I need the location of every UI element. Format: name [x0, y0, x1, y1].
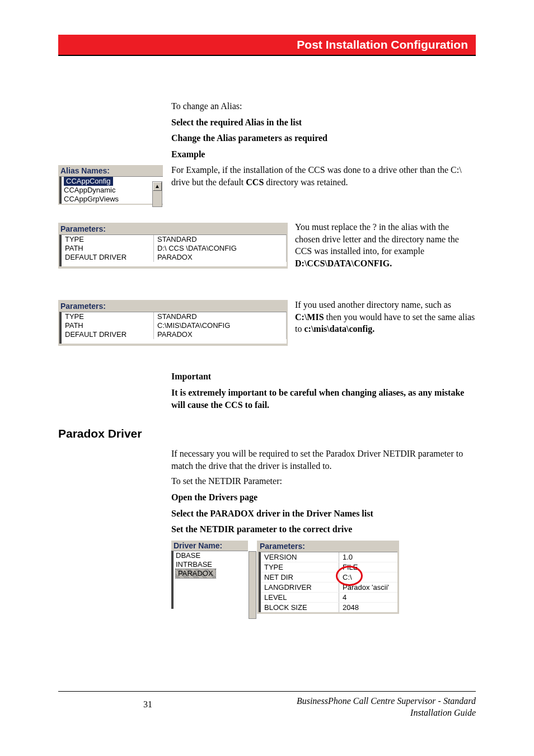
param1-row-1[interactable]: PATHD:\ CCS \DATA\CONFIG: [62, 244, 287, 253]
param2-row-2[interactable]: DEFAULT DRIVERPARADOX: [62, 330, 287, 339]
parameters-widget-1: Parameters: TYPESTANDARD PATHD:\ CCS \DA…: [58, 223, 288, 269]
driver-parameters-table: VERSION1.0 TYPEFILE NET DIRC:\ LANGDRIVE…: [259, 552, 397, 612]
param1-row-spacer: [62, 262, 287, 266]
drvp-row-5[interactable]: BLOCK SIZE2048: [261, 602, 397, 612]
drvp-row-4[interactable]: LEVEL4: [261, 592, 397, 602]
drvp-row-0[interactable]: VERSION1.0: [261, 552, 397, 562]
side2-d: c:\mis\data\config.: [304, 324, 374, 334]
alias-names-list[interactable]: CCAppConfig CCAppDynamic CCAppGrpViews: [59, 176, 163, 204]
drvp-key-1: TYPE: [261, 562, 339, 572]
driver-intro-p1: If necessary you will be required to set…: [171, 448, 476, 472]
drvp-val-5: 2048: [339, 603, 397, 612]
page-header: Post Installation Configuration: [58, 35, 476, 55]
side1-b: D:\CCS\DATA\CONFIG.: [295, 259, 392, 268]
driver-intro-p2: To set the NETDIR Parameter:: [171, 475, 476, 487]
drvp-key-0: VERSION: [261, 552, 339, 562]
parameters-widget-2: Parameters: TYPESTANDARD PATHC:\MIS\DATA…: [58, 300, 288, 346]
parameters-title-2: Parameters:: [59, 301, 287, 312]
alias-scrollbar[interactable]: ▲: [152, 181, 162, 207]
scroll-up-icon[interactable]: ▲: [153, 182, 162, 191]
important-label: Important: [171, 370, 476, 383]
drvp-val-1: FILE: [339, 562, 397, 572]
drvp-row-1[interactable]: TYPEFILE: [261, 562, 397, 572]
drvp-val-2: C:\: [339, 572, 397, 582]
header-title: Post Installation Configuration: [297, 38, 468, 51]
param1-val-0: STANDARD: [154, 235, 287, 244]
drvp-key-2: NET DIR: [261, 572, 339, 582]
param1-val-1: D:\ CCS \DATA\CONFIG: [154, 244, 287, 253]
param2-row-1[interactable]: PATHC:\MIS\DATA\CONFIG: [62, 321, 287, 330]
step-select-alias: Select the required Alias in the list: [171, 116, 476, 129]
alias-item-1[interactable]: CCAppDynamic: [62, 186, 163, 195]
side-text-1: You must replace the ? in the alias with…: [295, 221, 476, 269]
driver-name-title: Driver Name:: [171, 541, 248, 551]
example-text-bold: CCS: [246, 177, 264, 187]
alias-item-0[interactable]: CCAppConfig: [62, 177, 163, 186]
param1-val-2: PARADOX: [154, 253, 287, 262]
parameters-title-1: Parameters:: [59, 224, 287, 234]
footer-line2: Installation Guide: [410, 708, 476, 717]
param2-key-0: TYPE: [62, 312, 154, 321]
footer-line1: BusinessPhone Call Centre Supervisor - S…: [297, 696, 476, 706]
drvp-row-3[interactable]: LANGDRIVERParadox 'ascii': [261, 582, 397, 592]
param2-val-1: C:\MIS\DATA\CONFIG: [154, 321, 287, 330]
drvp-key-4: LEVEL: [261, 593, 339, 602]
side2-b: C:\MIS: [295, 312, 324, 322]
side2-a: If you used another directory name, such…: [295, 300, 451, 309]
text-to-change: To change an Alias:: [171, 100, 476, 112]
param2-val-2: PARADOX: [154, 330, 287, 339]
param2-row-0[interactable]: TYPESTANDARD: [62, 312, 287, 321]
side-text-2: If you used another directory name, such…: [295, 299, 476, 335]
example-text-part2: directory was retained.: [264, 177, 348, 187]
section-paradox-driver: Paradox Driver: [58, 427, 142, 440]
important-text: It is extremely important to be careful …: [171, 387, 476, 411]
drvp-val-3: Paradox 'ascii': [339, 583, 397, 592]
param1-key-0: TYPE: [62, 235, 154, 244]
example-text: For Example, if the installation of the …: [171, 164, 476, 188]
parameters-table-2: TYPESTANDARD PATHC:\MIS\DATA\CONFIG DEFA…: [59, 312, 287, 344]
footer-page-number: 31: [58, 699, 237, 710]
drvp-key-3: LANGDRIVER: [261, 583, 339, 592]
driver-item-2[interactable]: PARADOX: [174, 569, 248, 578]
alias-names-title: Alias Names:: [58, 165, 163, 176]
driver-name-widget: Driver Name: DBASE INTRBASE PARADOX: [171, 541, 248, 609]
drvp-val-4: 4: [339, 593, 397, 602]
driver-item-0[interactable]: DBASE: [174, 551, 248, 560]
param1-row-2[interactable]: DEFAULT DRIVERPARADOX: [62, 253, 287, 262]
driver-parameters-title: Parameters:: [259, 541, 397, 552]
drvp-key-5: BLOCK SIZE: [261, 603, 339, 612]
driver-step-1: Open the Drivers page: [171, 491, 476, 504]
param2-key-1: PATH: [62, 321, 154, 330]
driver-parameters-widget: Parameters: VERSION1.0 TYPEFILE NET DIRC…: [257, 541, 399, 614]
param2-key-2: DEFAULT DRIVER: [62, 330, 154, 339]
driver-step-2: Select the PARADOX driver in the Driver …: [171, 508, 476, 520]
alias-item-0-label: CCAppConfig: [64, 177, 113, 186]
example-label: Example: [171, 148, 476, 161]
drvp-row-2[interactable]: NET DIRC:\: [261, 572, 397, 582]
driver-item-1[interactable]: INTRBASE: [174, 560, 248, 569]
driver-name-scrollbar[interactable]: [249, 551, 256, 619]
header-rule: [58, 55, 476, 56]
alias-names-widget: Alias Names: CCAppConfig CCAppDynamic CC…: [58, 165, 163, 205]
driver-item-2-label: PARADOX: [176, 569, 216, 578]
param2-val-0: STANDARD: [154, 312, 287, 321]
param2-row-spacer: [62, 339, 287, 344]
footer-right: BusinessPhone Call Centre Supervisor - S…: [252, 696, 476, 719]
footer-rule: [58, 691, 476, 692]
driver-name-list[interactable]: DBASE INTRBASE PARADOX: [171, 551, 248, 609]
parameters-table-1: TYPESTANDARD PATHD:\ CCS \DATA\CONFIG DE…: [59, 234, 287, 266]
driver-step-3: Set the NETDIR parameter to the correct …: [171, 523, 476, 536]
alias-item-2[interactable]: CCAppGrpViews: [62, 195, 163, 204]
param1-key-2: DEFAULT DRIVER: [62, 253, 154, 262]
drvp-val-0: 1.0: [339, 552, 397, 562]
side1-a: You must replace the ? in the alias with…: [295, 222, 459, 256]
param1-key-1: PATH: [62, 244, 154, 253]
param1-row-0[interactable]: TYPESTANDARD: [62, 235, 287, 244]
step-change-params: Change the Alias parameters as required: [171, 132, 476, 144]
